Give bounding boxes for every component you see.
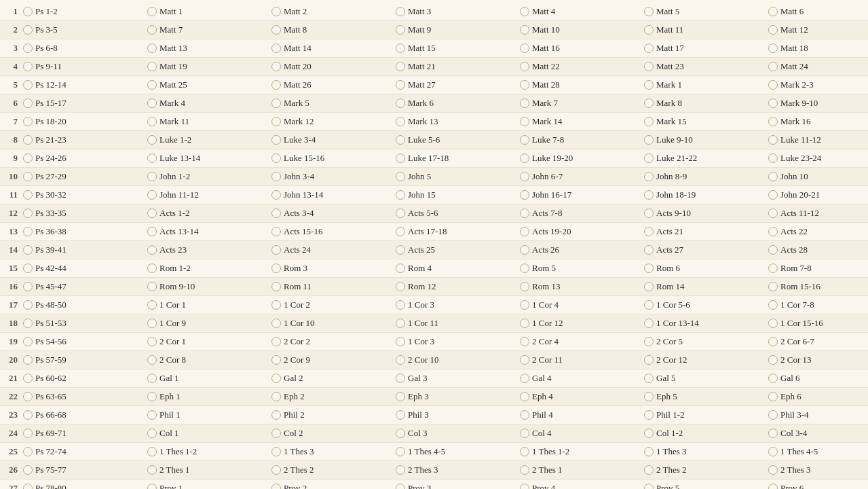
radio-button[interactable] [396, 282, 405, 291]
radio-button[interactable] [147, 264, 157, 273]
radio-button[interactable] [768, 264, 778, 273]
radio-button[interactable] [271, 135, 281, 145]
radio-button[interactable] [271, 7, 281, 16]
radio-button[interactable] [271, 300, 281, 310]
radio-button[interactable] [147, 319, 157, 328]
radio-button[interactable] [396, 117, 405, 126]
radio-button[interactable] [768, 355, 778, 365]
radio-button[interactable] [147, 245, 157, 255]
radio-button[interactable] [768, 153, 778, 163]
radio-button[interactable] [147, 80, 157, 90]
radio-button[interactable] [768, 190, 778, 200]
radio-button[interactable] [147, 135, 157, 145]
radio-button[interactable] [147, 153, 157, 163]
radio-button[interactable] [23, 337, 33, 346]
radio-button[interactable] [396, 25, 405, 35]
radio-button[interactable] [520, 25, 529, 35]
radio-button[interactable] [23, 355, 33, 365]
radio-button[interactable] [396, 98, 405, 108]
radio-button[interactable] [396, 465, 405, 475]
radio-button[interactable] [271, 447, 281, 456]
radio-button[interactable] [520, 227, 529, 236]
radio-button[interactable] [271, 319, 281, 328]
radio-button[interactable] [271, 245, 281, 255]
radio-button[interactable] [23, 410, 33, 420]
radio-button[interactable] [768, 245, 778, 255]
radio-button[interactable] [23, 25, 33, 35]
radio-button[interactable] [520, 190, 529, 200]
radio-button[interactable] [23, 153, 33, 163]
radio-button[interactable] [768, 172, 778, 181]
radio-button[interactable] [147, 62, 157, 71]
radio-button[interactable] [23, 43, 33, 53]
radio-button[interactable] [644, 227, 654, 236]
radio-button[interactable] [23, 190, 33, 200]
radio-button[interactable] [520, 465, 529, 475]
radio-button[interactable] [271, 410, 281, 420]
radio-button[interactable] [520, 264, 529, 273]
radio-button[interactable] [147, 392, 157, 401]
radio-button[interactable] [520, 7, 529, 16]
radio-button[interactable] [396, 135, 405, 145]
radio-button[interactable] [147, 447, 157, 456]
radio-button[interactable] [147, 410, 157, 420]
radio-button[interactable] [147, 465, 157, 475]
radio-button[interactable] [271, 43, 281, 53]
radio-button[interactable] [768, 392, 778, 401]
radio-button[interactable] [768, 80, 778, 90]
radio-button[interactable] [147, 337, 157, 346]
radio-button[interactable] [23, 227, 33, 236]
radio-button[interactable] [396, 245, 405, 255]
radio-button[interactable] [644, 25, 654, 35]
radio-button[interactable] [23, 7, 33, 16]
radio-button[interactable] [644, 447, 654, 456]
radio-button[interactable] [147, 227, 157, 236]
radio-button[interactable] [23, 135, 33, 145]
radio-button[interactable] [271, 153, 281, 163]
radio-button[interactable] [147, 7, 157, 16]
radio-button[interactable] [520, 80, 529, 90]
radio-button[interactable] [396, 190, 405, 200]
radio-button[interactable] [396, 300, 405, 310]
radio-button[interactable] [768, 43, 778, 53]
radio-button[interactable] [396, 410, 405, 420]
radio-button[interactable] [23, 447, 33, 456]
radio-button[interactable] [644, 300, 654, 310]
radio-button[interactable] [644, 80, 654, 90]
radio-button[interactable] [23, 465, 33, 475]
radio-button[interactable] [396, 43, 405, 53]
radio-button[interactable] [396, 374, 405, 383]
radio-button[interactable] [520, 209, 529, 218]
radio-button[interactable] [396, 209, 405, 218]
radio-button[interactable] [520, 245, 529, 255]
radio-button[interactable] [644, 172, 654, 181]
radio-button[interactable] [271, 264, 281, 273]
radio-button[interactable] [23, 80, 33, 90]
radio-button[interactable] [520, 172, 529, 181]
radio-button[interactable] [147, 98, 157, 108]
radio-button[interactable] [644, 190, 654, 200]
radio-button[interactable] [768, 484, 778, 489]
radio-button[interactable] [768, 300, 778, 310]
radio-button[interactable] [271, 172, 281, 181]
radio-button[interactable] [644, 429, 654, 438]
radio-button[interactable] [768, 117, 778, 126]
radio-button[interactable] [520, 319, 529, 328]
radio-button[interactable] [768, 209, 778, 218]
radio-button[interactable] [271, 209, 281, 218]
radio-button[interactable] [23, 300, 33, 310]
radio-button[interactable] [23, 484, 33, 489]
radio-button[interactable] [520, 337, 529, 346]
radio-button[interactable] [644, 282, 654, 291]
radio-button[interactable] [644, 410, 654, 420]
radio-button[interactable] [271, 484, 281, 489]
radio-button[interactable] [23, 117, 33, 126]
radio-button[interactable] [271, 117, 281, 126]
radio-button[interactable] [147, 172, 157, 181]
radio-button[interactable] [271, 374, 281, 383]
radio-button[interactable] [644, 153, 654, 163]
radio-button[interactable] [147, 300, 157, 310]
radio-button[interactable] [520, 282, 529, 291]
radio-button[interactable] [147, 209, 157, 218]
radio-button[interactable] [271, 282, 281, 291]
